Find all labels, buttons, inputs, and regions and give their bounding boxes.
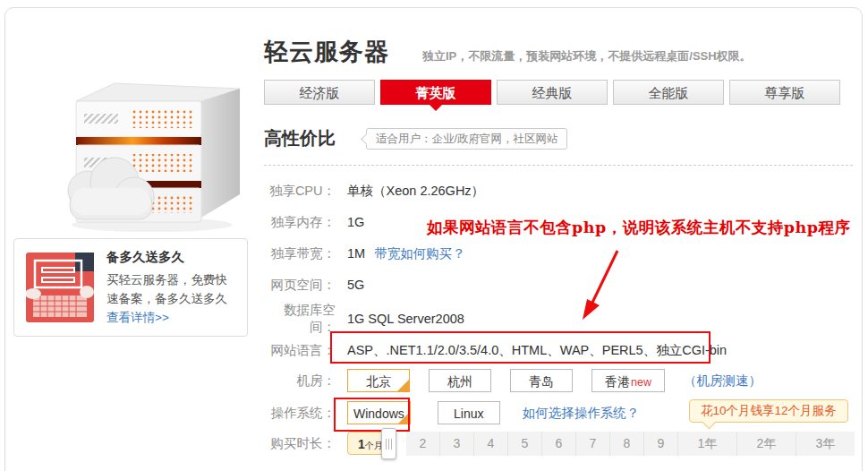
- spec-row-bandwidth: 独享带宽： 1M 带宽如何购买？: [264, 241, 465, 266]
- spec-row-cpu: 独享CPU： 单核（Xeon 2.26GHz）: [264, 178, 484, 203]
- duration-option[interactable]: 6: [541, 432, 575, 456]
- datacenter-option-qingdao[interactable]: 青岛: [510, 369, 573, 392]
- memory-label: 独享内存：: [264, 214, 336, 231]
- bandwidth-value: 1M: [347, 246, 365, 261]
- section-heading: 高性价比: [264, 126, 336, 150]
- duration-label: 购买时长：: [264, 435, 336, 452]
- datacenter-label: 机房：: [264, 373, 336, 390]
- tab-premium[interactable]: 尊享版: [729, 80, 840, 105]
- bandwidth-label: 独享带宽：: [264, 245, 336, 262]
- language-value: ASP、.NET1.1/2.0/3.5/4.0、HTML、WAP、PERL5、独…: [347, 342, 727, 359]
- spec-row-memory: 独享内存： 1G: [264, 210, 364, 235]
- page-title: 轻云服务器: [264, 36, 389, 68]
- bandwidth-help-link[interactable]: 带宽如何购买？: [374, 245, 465, 262]
- suited-users-badge: 适合用户：企业/政府官网，社区网站: [366, 128, 567, 150]
- duration-option[interactable]: 4: [473, 432, 507, 456]
- duration-option[interactable]: 2: [406, 432, 439, 456]
- duration-option[interactable]: 1年: [677, 432, 736, 456]
- spec-row-datacenter: 机房： 北京✓ 杭州 青岛 香港new （机房测速）: [264, 368, 762, 393]
- page-subtitle: 独立IP，不限流量，预装网站环境，不提供远程桌面/SSH权限。: [422, 48, 752, 64]
- datacenter-option-hangzhou[interactable]: 杭州: [429, 369, 491, 392]
- datacenter-speedtest-link[interactable]: （机房测速）: [684, 373, 762, 390]
- filing-promo-icon: [26, 253, 94, 322]
- duration-slider-handle[interactable]: [381, 428, 396, 459]
- dashed-divider: [264, 165, 853, 166]
- duration-option[interactable]: 2年: [736, 432, 796, 456]
- promo-banner[interactable]: 备多久送多久 买轻云服务器，免费快速备案，备多久送多久 查看详情>>: [13, 238, 248, 337]
- duration-promo-tooltip: 花10个月钱享12个月服务: [689, 399, 848, 423]
- cpu-value: 单核（Xeon 2.26GHz）: [347, 183, 484, 200]
- duration-option[interactable]: 5: [507, 432, 541, 456]
- check-icon: ✓: [402, 401, 409, 424]
- os-label: 操作系统：: [264, 405, 336, 422]
- duration-option[interactable]: 9: [643, 432, 677, 456]
- page: 备多久送多久 买轻云服务器，免费快速备案，备多久送多久 查看详情>> 轻云服务器…: [0, 0, 868, 471]
- tab-classic[interactable]: 经典版: [497, 80, 608, 105]
- webspace-value: 5G: [347, 278, 364, 292]
- tab-almighty[interactable]: 全能版: [613, 80, 724, 105]
- spec-row-webspace: 网页空间： 5G: [264, 272, 364, 297]
- cpu-label: 独享CPU：: [264, 183, 336, 200]
- promo-details-link[interactable]: 查看详情>>: [106, 308, 238, 327]
- datacenter-option-hongkong[interactable]: 香港new: [591, 369, 665, 392]
- promo-description: 买轻云服务器，免费快速备案，备多久送多久: [106, 270, 238, 308]
- webspace-label: 网页空间：: [264, 277, 336, 294]
- selected-tab-pointer: [430, 105, 442, 111]
- spec-row-duration: 购买时长： 1个月 2 3 4 5 6 7 8 9 1年 2年 3年: [264, 431, 855, 456]
- os-help-link[interactable]: 如何选择操作系统？: [523, 405, 640, 422]
- promo-title: 备多久送多久: [106, 248, 238, 267]
- duration-option[interactable]: 8: [609, 432, 643, 456]
- tab-elite-selected[interactable]: 菁英版: [380, 80, 491, 105]
- memory-value: 1G: [347, 215, 364, 229]
- os-option-linux[interactable]: Linux: [438, 401, 500, 424]
- language-label: 网站语言：: [264, 342, 336, 359]
- spec-row-os: 操作系统： Windows✓ Linux 如何选择操作系统？: [264, 400, 639, 425]
- plan-tabs: 经济版 菁英版 经典版 全能版 尊享版: [264, 80, 840, 105]
- check-icon: ✓: [401, 369, 408, 392]
- os-option-windows[interactable]: Windows✓: [347, 401, 411, 424]
- database-value: 1G SQL Server2008: [347, 312, 464, 326]
- duration-option[interactable]: 3年: [796, 432, 855, 456]
- database-label: 数据库空间：: [264, 302, 336, 336]
- duration-option[interactable]: 7: [575, 432, 609, 456]
- datacenter-option-beijing[interactable]: 北京✓: [347, 369, 410, 392]
- cloud-server-illustration: [45, 40, 246, 233]
- new-badge: new: [631, 376, 651, 389]
- duration-option[interactable]: 3: [439, 432, 473, 456]
- tab-economy[interactable]: 经济版: [264, 80, 375, 105]
- spec-row-database: 数据库空间： 1G SQL Server2008: [264, 306, 464, 331]
- duration-track: 2 3 4 5 6 7 8 9 1年 2年 3年: [406, 432, 855, 456]
- spec-row-language: 网站语言： ASP、.NET1.1/2.0/3.5/4.0、HTML、WAP、P…: [264, 338, 727, 363]
